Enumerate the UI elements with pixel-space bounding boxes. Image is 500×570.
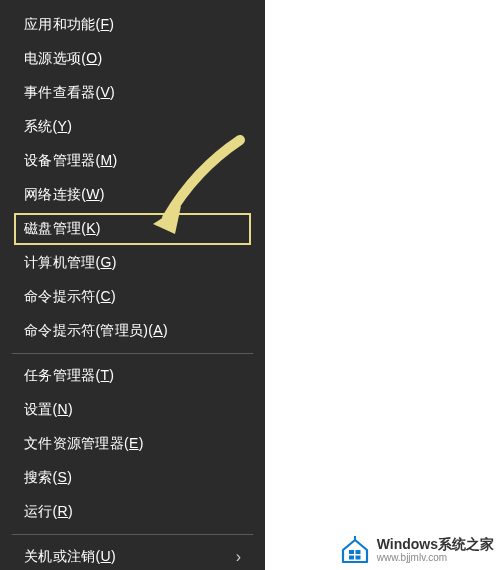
- menu-item-s[interactable]: 搜索(S): [0, 461, 265, 495]
- menu-item-label: 事件查看器(V): [24, 84, 115, 102]
- menu-separator: [12, 534, 253, 535]
- menu-item-t[interactable]: 任务管理器(T): [0, 359, 265, 393]
- menu-item-o[interactable]: 电源选项(O): [0, 42, 265, 76]
- menu-item-label: 命令提示符(C): [24, 288, 116, 306]
- watermark: Windows系统之家 www.bjjmlv.com: [339, 536, 494, 564]
- menu-item-f[interactable]: 应用和功能(F): [0, 8, 265, 42]
- menu-item-label: 命令提示符(管理员)(A): [24, 322, 168, 340]
- menu-item-n[interactable]: 设置(N): [0, 393, 265, 427]
- menu-item-label: 设备管理器(M): [24, 152, 117, 170]
- menu-item-label: 计算机管理(G): [24, 254, 117, 272]
- menu-item-e[interactable]: 文件资源管理器(E): [0, 427, 265, 461]
- menu-item-label: 搜索(S): [24, 469, 72, 487]
- svg-rect-2: [355, 550, 360, 554]
- menu-item-label: 电源选项(O): [24, 50, 102, 68]
- svg-rect-1: [349, 550, 354, 554]
- menu-item-label: 磁盘管理(K): [24, 220, 101, 238]
- menu-item-label: 系统(Y): [24, 118, 72, 136]
- watermark-url: www.bjjmlv.com: [377, 552, 494, 563]
- menu-item-m[interactable]: 设备管理器(M): [0, 144, 265, 178]
- menu-item-r[interactable]: 运行(R): [0, 495, 265, 529]
- menu-item-label: 文件资源管理器(E): [24, 435, 144, 453]
- winx-context-menu: 应用和功能(F)电源选项(O)事件查看器(V)系统(Y)设备管理器(M)网络连接…: [0, 0, 265, 570]
- menu-item-u[interactable]: 关机或注销(U): [0, 540, 265, 570]
- menu-item-label: 应用和功能(F): [24, 16, 114, 34]
- svg-rect-4: [355, 556, 360, 560]
- menu-item-v[interactable]: 事件查看器(V): [0, 76, 265, 110]
- menu-item-y[interactable]: 系统(Y): [0, 110, 265, 144]
- menu-item-label: 设置(N): [24, 401, 73, 419]
- watermark-title: Windows系统之家: [377, 537, 494, 552]
- menu-item-label: 网络连接(W): [24, 186, 105, 204]
- menu-separator: [12, 353, 253, 354]
- menu-item-g[interactable]: 计算机管理(G): [0, 246, 265, 280]
- menu-item-c[interactable]: 命令提示符(C): [0, 280, 265, 314]
- menu-item-label: 任务管理器(T): [24, 367, 114, 385]
- menu-item-label: 关机或注销(U): [24, 548, 116, 566]
- menu-item-label: 运行(R): [24, 503, 73, 521]
- windows-house-icon: [339, 536, 371, 564]
- menu-item-w[interactable]: 网络连接(W): [0, 178, 265, 212]
- menu-item-k[interactable]: 磁盘管理(K): [14, 213, 251, 245]
- svg-rect-3: [349, 556, 354, 560]
- menu-item-a[interactable]: 命令提示符(管理员)(A): [0, 314, 265, 348]
